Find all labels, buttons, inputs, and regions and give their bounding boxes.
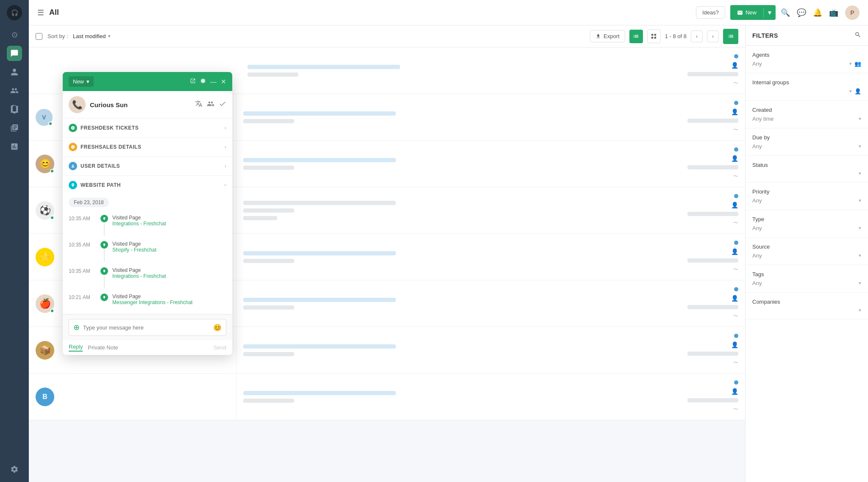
reply-tab[interactable]: Reply [69,343,83,352]
entry-content-4: Visited Page Messenger Integrations - Fr… [112,294,226,305]
created-chevron: ▾ [859,116,861,122]
message-input[interactable] [83,324,210,331]
companies-chevron: ▾ [859,307,861,313]
emoji-icon[interactable]: 😊 [213,324,222,332]
website-path-label: WEBSITE PATH [81,182,221,188]
next-page-button[interactable]: › [707,30,719,42]
entry-link-2[interactable]: Shopify - Freshchat [112,247,226,253]
due-by-chevron: ▾ [859,144,861,149]
sidebar-item-campaigns[interactable] [7,120,22,136]
export-button[interactable]: Export [590,30,625,42]
new-button-main[interactable]: New [730,6,763,19]
source-label: Source [752,244,861,250]
agents-icon: 👥 [854,61,861,67]
bell-icon[interactable]: 🔔 [813,8,822,17]
ideas-button[interactable]: Ideas? [696,6,725,19]
sidebar-item-reports[interactable] [7,139,22,154]
filter-tags: Tags Any ▾ [746,265,868,293]
topbar: ☰ All Ideas? New ▾ 🔍 💬 🔔 📺 P [29,0,868,25]
list-item: 10:35 AM Visited Page [69,265,226,291]
sidebar-item-book[interactable] [7,102,22,117]
list-toolbar: Sort by : Last modified ▾ Export [29,25,745,47]
list-item: 10:35 AM Visited Page [69,238,226,265]
agents-chevron: ▾ [849,61,852,66]
status-chevron: ▾ [859,171,861,176]
priority-label: Priority [752,188,861,195]
due-by-value[interactable]: Any ▾ [752,143,861,150]
type-label: Type [752,216,861,222]
popup-header-actions: — ✕ [190,78,226,86]
created-value[interactable]: Any time ▾ [752,116,861,122]
sidebar-item-settings[interactable] [7,462,22,477]
freshsales-icon [69,143,77,151]
status-dropdown[interactable]: New ▾ [69,76,94,87]
website-path-header[interactable]: WEBSITE PATH › [63,176,232,194]
message-input-row: ⊕ 😊 [69,319,226,336]
filter-search-icon[interactable] [854,31,861,39]
user-details-chevron: › [225,163,226,169]
sidebar-item-groups[interactable] [7,83,22,98]
entry-link-1[interactable]: Integrations - Freshchat [112,221,226,227]
new-button-group: New ▾ [730,5,776,20]
freshsales-section: FRESHSALES DETAILS › [63,138,232,157]
new-dropdown-arrow[interactable]: ▾ [764,5,776,20]
tags-label: Tags [752,271,861,277]
freshsales-section-header[interactable]: FRESHSALES DETAILS › [63,138,232,156]
type-value[interactable]: Any ▾ [752,225,861,231]
user-details-header[interactable]: USER DETAILS › [63,157,232,175]
select-all-checkbox[interactable] [36,33,42,40]
freshdesk-section: FRESHDESK TICKETS › [63,119,232,138]
sidebar-item-dashboard[interactable]: ⊙ [7,27,22,42]
priority-value[interactable]: Any ▾ [752,197,861,204]
translate-icon[interactable] [195,100,203,109]
internal-groups-value[interactable]: ▾ 👤 [752,88,861,94]
avatar[interactable]: P [845,6,860,20]
grid-view-button[interactable] [647,30,661,43]
entry-link-3[interactable]: Integrations - Freshchat [112,273,226,279]
sort-by-label: Sort by : Last modified ▾ [47,33,111,39]
timeline-1 [100,215,108,236]
filter-priority: Priority Any ▾ [746,183,868,210]
sidebar-item-contacts[interactable] [7,64,22,80]
popup-header: New ▾ — ✕ [63,72,232,91]
source-value[interactable]: Any ▾ [752,252,861,259]
menu-icon[interactable]: ☰ [37,8,44,17]
external-link-icon[interactable] [190,78,196,85]
search-icon[interactable]: 🔍 [781,8,790,17]
website-path-content: Feb 23, 2018 10:35 AM [63,194,232,314]
companies-value[interactable]: ▾ [752,307,861,313]
logo[interactable]: 🎧 [7,5,22,20]
list-item: 10:35 AM Visited Page [69,212,226,238]
entry-action-4: Visited Page [112,294,226,299]
send-button[interactable]: Send [214,344,226,351]
status-filter-value[interactable]: ▾ [752,171,861,176]
entry-link-4[interactable]: Messenger Integrations - Freshchat [112,299,226,305]
private-note-tab[interactable]: Private Note [88,344,118,351]
add-attachment-icon[interactable]: ⊕ [73,323,80,332]
sort-chevron[interactable]: ▾ [108,33,111,39]
freshdesk-section-header[interactable]: FRESHDESK TICKETS › [63,119,232,137]
resolve-icon[interactable] [219,100,226,109]
close-icon[interactable]: ✕ [221,78,226,86]
screen-icon[interactable]: 📺 [829,8,838,17]
freshsales-chevron: › [225,144,226,150]
sidebar-item-conversations[interactable] [7,46,22,61]
priority-chevron: ▾ [859,198,861,203]
minimize-icon[interactable]: — [210,78,217,85]
tags-value[interactable]: Any ▾ [752,280,861,286]
filters-panel: FILTERS Agents Any ▾ 👥 [745,25,868,482]
sidebar: 🎧 ⊙ [0,0,29,482]
filter-source: Source Any ▾ [746,238,868,265]
entry-action-2: Visited Page [112,241,226,247]
list-view-button[interactable] [629,30,643,43]
website-path-section: WEBSITE PATH › Feb 23, 2018 10:35 AM [63,176,232,314]
filters-header: FILTERS [746,25,868,46]
agents-value[interactable]: Any ▾ 👥 [752,61,861,67]
assign-icon[interactable] [207,100,214,109]
toolbar-right: Export 1 - 8 of 8 ‹ › [590,29,738,44]
settings-icon[interactable] [200,78,206,85]
current-view-button[interactable] [723,29,738,44]
entry-action-1: Visited Page [112,215,226,221]
prev-page-button[interactable]: ‹ [691,30,703,42]
chat-icon[interactable]: 💬 [797,8,806,17]
